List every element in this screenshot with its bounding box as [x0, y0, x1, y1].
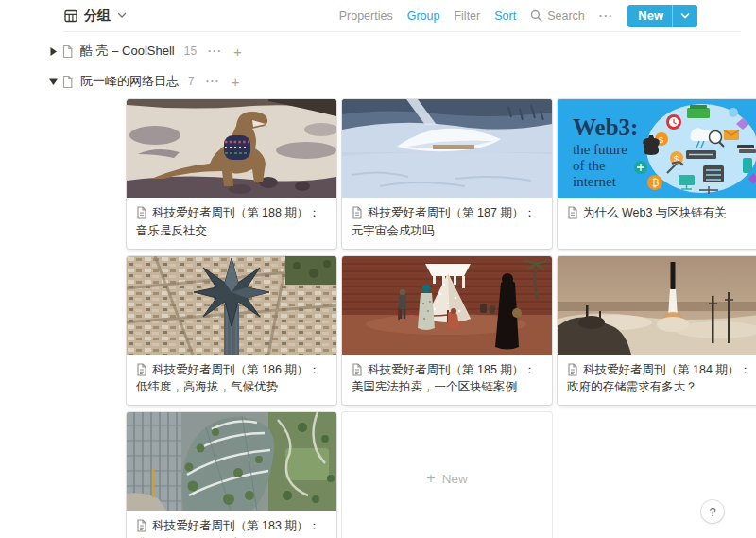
chevron-down-icon: [117, 12, 127, 19]
card-title: 科技爱好者周刊（第 186 期）：低纬度，高海拔，气候优势: [136, 363, 320, 394]
document-icon: [352, 363, 363, 376]
cover-art-dinosaur-museum: [127, 99, 336, 198]
new-card[interactable]: + New: [342, 412, 552, 538]
table-grid-icon: [64, 9, 77, 23]
group-count: 15: [184, 44, 197, 58]
gallery-card[interactable]: 科技爱好者周刊（第 185 期）：美国宪法拍卖，一个区块链案例: [342, 256, 552, 406]
triangle-down-icon: [48, 78, 59, 86]
group-toggle-expanded[interactable]: [44, 78, 61, 86]
group-more-button[interactable]: ···: [208, 44, 222, 58]
card-cover-web3-graphic: $ $ ₿ Web3: the future of the internet: [558, 99, 756, 198]
group-count: 7: [188, 75, 195, 88]
group-list: 酷 壳 – CoolShell 15 ··· + 阮一峰的网络日志 7 ··· …: [0, 32, 756, 538]
cover-art-spiral-building: [127, 412, 336, 511]
web3-line: internet: [573, 174, 617, 189]
card-body: 科技爱好者周刊（第 188 期）：音乐是反社交: [127, 198, 336, 249]
card-cover-rocket-launch: [558, 256, 756, 355]
gallery-card[interactable]: 科技爱好者周刊（第 188 期）：音乐是反社交: [127, 99, 336, 249]
topbar: 分组 Properties Group Filter Sort Search ·…: [0, 0, 756, 31]
search-label: Search: [547, 9, 585, 23]
card-body: 科技爱好者周刊（第 183 期）：腾讯的员工退休福利: [127, 511, 336, 538]
gallery-card[interactable]: 科技爱好者周刊（第 184 期）：政府的存储需求有多大？: [558, 256, 756, 406]
cover-art-snow-building: [342, 99, 552, 198]
card-cover-city-star: [127, 256, 336, 355]
group-more-button[interactable]: ···: [206, 75, 220, 88]
new-card-label: New: [442, 472, 468, 486]
web3-heading: Web3:: [573, 114, 638, 140]
card-body: 科技爱好者周刊（第 184 期）：政府的存储需求有多大？: [558, 355, 756, 406]
group-title[interactable]: 酷 壳 – CoolShell: [80, 43, 175, 60]
card-cover-snow-building: [342, 99, 552, 198]
card-body: 科技爱好者周刊（第 185 期）：美国宪法拍卖，一个区块链案例: [342, 355, 552, 406]
card-title: 科技爱好者周刊（第 183 期）：腾讯的员工退休福利: [136, 519, 320, 538]
card-title: 为什么 Web3 与区块链有关: [583, 206, 727, 219]
new-button[interactable]: New: [627, 5, 697, 27]
group-title[interactable]: 阮一峰的网络日志: [80, 73, 179, 90]
document-icon: [136, 519, 147, 532]
group-toggle-collapsed[interactable]: [44, 46, 61, 57]
web3-line: of the: [573, 158, 606, 173]
help-button[interactable]: ?: [701, 500, 724, 523]
filter-button[interactable]: Filter: [454, 9, 480, 23]
group-button[interactable]: Group: [407, 9, 440, 23]
card-body: 科技爱好者周刊（第 187 期）：元宇宙会成功吗: [342, 198, 552, 249]
document-icon: [136, 206, 147, 219]
chevron-down-icon: [680, 13, 690, 19]
document-icon: [136, 363, 147, 376]
page-icon: [61, 44, 74, 59]
more-options-button[interactable]: ···: [599, 9, 614, 23]
card-cover-plaza-tent: [342, 256, 552, 355]
properties-button[interactable]: Properties: [339, 9, 393, 23]
card-title: 科技爱好者周刊（第 188 期）：音乐是反社交: [136, 206, 320, 237]
web3-line: the future: [573, 142, 627, 157]
card-cover-dinosaur-museum: [127, 99, 336, 198]
sort-button[interactable]: Sort: [494, 9, 516, 23]
magnifier-icon: [530, 9, 542, 22]
search-button[interactable]: Search: [530, 9, 585, 23]
group-add-button[interactable]: +: [233, 44, 242, 59]
group-row-ruanyifeng: 阮一峰的网络日志 7 ··· +: [63, 70, 756, 93]
cover-art-rocket-launch: [558, 256, 756, 355]
group-add-button[interactable]: +: [232, 75, 240, 89]
svg-text:$: $: [659, 135, 663, 145]
gallery-card[interactable]: 科技爱好者周刊（第 187 期）：元宇宙会成功吗: [342, 99, 552, 249]
view-toolbar: Properties Group Filter Sort Search ··· …: [339, 5, 697, 27]
document-icon: [567, 363, 578, 376]
cover-art-web3-graphic: $ $ ₿ Web3: the future of the internet: [558, 99, 756, 198]
card-cover-spiral-building: [127, 412, 336, 511]
card-title: 科技爱好者周刊（第 184 期）：政府的存储需求有多大？: [567, 363, 751, 394]
new-button-label[interactable]: New: [627, 5, 672, 27]
card-title: 科技爱好者周刊（第 187 期）：元宇宙会成功吗: [352, 206, 536, 237]
page-icon: [61, 75, 74, 89]
document-icon: [352, 206, 363, 219]
group-row-coolshell: 酷 壳 – CoolShell 15 ··· +: [63, 40, 756, 62]
cards-grid: 科技爱好者周刊（第 188 期）：音乐是反社交 科技爱好者周刊（第 187 期）…: [127, 99, 756, 538]
cover-art-city-star: [127, 256, 336, 355]
view-title-button[interactable]: 分组: [64, 8, 127, 25]
gallery-card[interactable]: 科技爱好者周刊（第 183 期）：腾讯的员工退休福利: [127, 412, 336, 538]
card-body: 科技爱好者周刊（第 186 期）：低纬度，高海拔，气候优势: [127, 355, 336, 406]
triangle-right-icon: [49, 46, 58, 57]
gallery-card[interactable]: $ $ ₿ Web3: the future of the internet: [558, 99, 756, 249]
document-icon: [567, 206, 578, 219]
card-title: 科技爱好者周刊（第 185 期）：美国宪法拍卖，一个区块链案例: [352, 363, 536, 394]
cover-art-plaza-tent: [342, 256, 552, 355]
view-title-label: 分组: [84, 8, 111, 25]
card-body: 为什么 Web3 与区块链有关: [558, 198, 756, 249]
new-dropdown-button[interactable]: [672, 5, 697, 27]
gallery-card[interactable]: 科技爱好者周刊（第 186 期）：低纬度，高海拔，气候优势: [127, 256, 336, 406]
plus-icon: +: [426, 471, 435, 486]
svg-text:₿: ₿: [652, 178, 659, 188]
